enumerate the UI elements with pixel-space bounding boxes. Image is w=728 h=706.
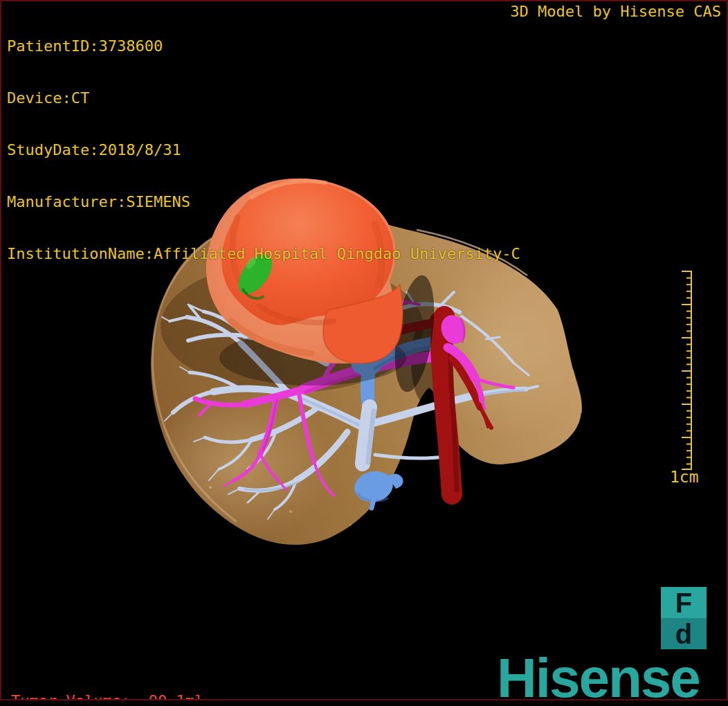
institution-line: InstitutionName:Affiliated Hospital Qing… [7, 245, 520, 262]
device-line: Device:CT [7, 89, 520, 107]
manufacturer-line: Manufacturer:SIEMENS [7, 193, 520, 210]
fd-icon-top-letter: F [661, 587, 707, 618]
patient-info-overlay: PatientID:3738600 Device:CT StudyDate:20… [7, 3, 520, 297]
tumor-volume-row: Tumor Volume:90.1ml [11, 692, 203, 700]
viewer-frame: PatientID:3738600 Device:CT StudyDate:20… [0, 0, 728, 700]
ruler-label: 1cm [670, 468, 699, 486]
ruler-ticks [659, 260, 714, 496]
fd-logo-icon: F d [661, 587, 707, 649]
tumor-volume-value: 90.1ml [130, 692, 203, 700]
study-date-line: StudyDate:2018/8/31 [7, 141, 520, 159]
hisense-logo: Hisense [497, 651, 700, 700]
patient-id-line: PatientID:3738600 [7, 37, 520, 55]
fd-icon-bottom-letter: d [661, 618, 707, 649]
scale-ruler: 1cm [659, 260, 714, 496]
tumor-volume-label: Tumor Volume: [11, 692, 130, 700]
volume-overlay: Tumor Volume:90.1ml Liver Volume:447.3ml [11, 658, 203, 700]
watermark-title: 3D Model by Hisense CAS [510, 3, 721, 20]
